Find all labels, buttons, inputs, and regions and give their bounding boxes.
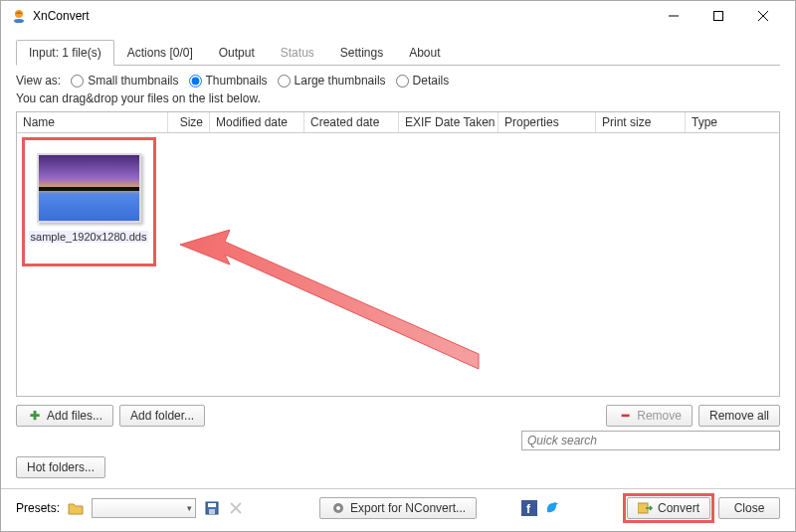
remove-all-button[interactable]: Remove all xyxy=(698,405,780,427)
app-icon xyxy=(11,8,27,24)
col-type[interactable]: Type xyxy=(686,112,779,132)
maximize-button[interactable] xyxy=(696,2,740,30)
minimize-button[interactable] xyxy=(651,2,696,30)
col-name[interactable]: Name xyxy=(17,112,168,132)
titlebar: XnConvert xyxy=(1,1,795,31)
tab-output[interactable]: Output xyxy=(206,40,268,66)
viewas-label: View as: xyxy=(16,74,61,88)
viewas-row: View as: Small thumbnails Thumbnails Lar… xyxy=(16,74,780,88)
convert-icon xyxy=(638,500,654,516)
col-print[interactable]: Print size xyxy=(596,112,686,132)
delete-icon[interactable] xyxy=(228,500,244,516)
file-label: sample_1920x1280.dds xyxy=(29,231,148,243)
tab-about[interactable]: About xyxy=(396,40,453,66)
svg-rect-7 xyxy=(208,503,216,507)
col-properties[interactable]: Properties xyxy=(498,112,596,132)
content-area: Input: 1 file(s) Actions [0/0] Output St… xyxy=(1,31,795,478)
tab-actions[interactable]: Actions [0/0] xyxy=(114,40,206,66)
radio-thumbnails[interactable]: Thumbnails xyxy=(189,74,268,88)
add-folder-button[interactable]: Add folder... xyxy=(119,405,205,427)
drop-hint: You can drag&drop your files on the list… xyxy=(16,91,780,105)
radio-small-thumbs[interactable]: Small thumbnails xyxy=(71,74,178,88)
list-header: Name Size Modified date Created date EXI… xyxy=(16,111,780,133)
minus-icon: ━ xyxy=(617,408,633,424)
col-exif[interactable]: EXIF Date Taken xyxy=(399,112,498,132)
add-files-button[interactable]: ✚ Add files... xyxy=(16,405,113,427)
window-buttons xyxy=(651,2,785,30)
thumbnail xyxy=(37,153,141,223)
svg-rect-8 xyxy=(209,509,215,514)
svg-rect-3 xyxy=(713,12,722,21)
close-button[interactable] xyxy=(740,2,785,30)
plus-icon: ✚ xyxy=(27,408,43,424)
hot-row: Hot folders... xyxy=(16,456,780,478)
save-icon[interactable] xyxy=(204,500,220,516)
tab-status[interactable]: Status xyxy=(268,40,327,66)
export-nconvert-button[interactable]: Export for NConvert... xyxy=(319,497,477,519)
file-list[interactable]: sample_1920x1280.dds xyxy=(16,133,780,397)
thumbnail-image xyxy=(39,155,139,221)
tab-input[interactable]: Input: 1 file(s) xyxy=(16,40,114,66)
presets-label: Presets: xyxy=(16,501,60,515)
gear-icon xyxy=(330,500,346,516)
chevron-down-icon: ▾ xyxy=(187,503,192,513)
list-button-row: ✚ Add files... Add folder... ━ Remove Re… xyxy=(16,405,780,427)
presets-combo[interactable]: ▾ xyxy=(92,498,196,518)
search-row xyxy=(16,431,780,450)
convert-button-wrap: Convert xyxy=(627,497,710,519)
tab-settings[interactable]: Settings xyxy=(327,40,396,66)
close-app-button[interactable]: Close xyxy=(718,497,780,519)
svg-point-1 xyxy=(14,19,24,23)
col-size[interactable]: Size xyxy=(168,112,210,132)
quick-search-input[interactable] xyxy=(521,431,780,450)
svg-point-12 xyxy=(336,506,340,510)
tab-bar: Input: 1 file(s) Actions [0/0] Output St… xyxy=(16,39,780,66)
col-created[interactable]: Created date xyxy=(304,112,399,132)
file-item[interactable]: sample_1920x1280.dds xyxy=(29,145,148,243)
facebook-icon[interactable]: f xyxy=(521,500,537,516)
folder-icon[interactable] xyxy=(68,500,84,516)
radio-large-thumbs[interactable]: Large thumbnails xyxy=(278,74,386,88)
convert-button[interactable]: Convert xyxy=(627,497,710,519)
col-modified[interactable]: Modified date xyxy=(210,112,304,132)
radio-details[interactable]: Details xyxy=(396,74,450,88)
remove-button[interactable]: ━ Remove xyxy=(606,405,693,427)
app-window: XnConvert Input: 1 file(s) Actions [0/0]… xyxy=(0,0,796,532)
twitter-icon[interactable] xyxy=(545,500,561,516)
window-title: XnConvert xyxy=(33,9,651,23)
hot-folders-button[interactable]: Hot folders... xyxy=(16,456,105,478)
bottom-bar: Presets: ▾ Export for NConvert... f xyxy=(1,488,795,531)
